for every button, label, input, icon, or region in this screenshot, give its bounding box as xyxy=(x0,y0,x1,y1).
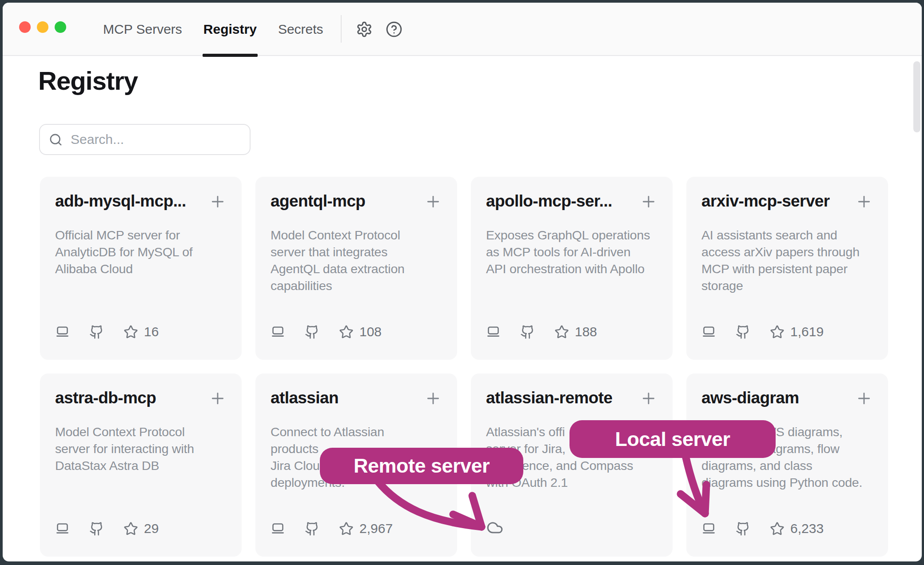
server-name: apollo-mcp-ser... xyxy=(486,192,612,211)
card-footer xyxy=(486,519,657,536)
add-server-button[interactable] xyxy=(640,193,657,211)
github-icon[interactable] xyxy=(305,521,319,536)
laptop-icon xyxy=(271,325,285,339)
server-description: Model Context Protocolserver that integr… xyxy=(271,227,442,294)
server-name: adb-mysql-mcp... xyxy=(55,192,186,211)
star-icon xyxy=(123,325,138,339)
header-divider xyxy=(341,15,342,43)
add-server-button[interactable] xyxy=(209,193,227,211)
laptop-icon xyxy=(701,325,716,339)
star-icon xyxy=(770,521,785,536)
window-controls xyxy=(19,21,66,33)
server-description: Exposes GraphQL operationsas MCP tools f… xyxy=(486,227,657,277)
add-server-button[interactable] xyxy=(855,390,873,407)
scrollbar-thumb[interactable] xyxy=(913,61,920,132)
server-name: atlassian-remote xyxy=(486,389,612,407)
star-count: 6,233 xyxy=(790,521,824,536)
minimize-button[interactable] xyxy=(37,21,48,33)
server-name: aws-diagram xyxy=(701,389,799,407)
laptop-icon xyxy=(271,521,285,536)
card-footer: 188 xyxy=(486,324,657,339)
tab-registry[interactable]: Registry xyxy=(203,3,257,56)
star-icon xyxy=(123,521,138,536)
server-description: Model Context Protocolserver for interac… xyxy=(55,423,227,474)
star-count: 29 xyxy=(144,521,159,536)
star-count: 2,967 xyxy=(359,521,393,536)
star-count: 1,619 xyxy=(790,324,824,339)
server-description: Generate AWS diagrams,sequence diagrams,… xyxy=(701,423,873,491)
search-icon xyxy=(49,133,63,147)
add-server-button[interactable] xyxy=(855,193,873,211)
server-description: AI assistants search andaccess arXiv pap… xyxy=(701,227,873,294)
server-card-aws-diagram[interactable]: aws-diagram Generate AWS diagrams,sequen… xyxy=(686,374,888,557)
card-footer: 6,233 xyxy=(701,521,873,536)
server-name: arxiv-mcp-server xyxy=(701,192,830,211)
server-name: agentql-mcp xyxy=(271,192,365,211)
laptop-icon xyxy=(55,325,70,339)
github-icon[interactable] xyxy=(89,521,104,536)
settings-gear-icon[interactable] xyxy=(356,21,373,38)
server-card-agentql-mcp[interactable]: agentql-mcp Model Context Protocolserver… xyxy=(255,177,457,360)
help-icon[interactable] xyxy=(386,21,402,38)
add-server-button[interactable] xyxy=(209,390,227,407)
server-card-atlassian[interactable]: atlassian Connect to AtlassianproductsJi… xyxy=(255,374,457,557)
tab-mcp-servers[interactable]: MCP Servers xyxy=(103,3,182,56)
add-server-button[interactable] xyxy=(640,390,657,407)
star-icon xyxy=(339,325,354,339)
page-title: Registry xyxy=(38,66,138,95)
add-server-button[interactable] xyxy=(424,193,442,211)
star-count: 16 xyxy=(144,324,159,339)
server-card-apollo-mcp-server[interactable]: apollo-mcp-ser... Exposes GraphQL operat… xyxy=(471,177,673,360)
server-name: atlassian xyxy=(271,389,339,407)
server-card-adb-mysql-mcp[interactable]: adb-mysql-mcp... Official MCP server for… xyxy=(40,177,242,360)
github-icon[interactable] xyxy=(736,521,750,536)
server-description: Atlassian's offiserver for Jira,Confluen… xyxy=(486,423,657,491)
star-count: 188 xyxy=(575,324,597,339)
app-window: MCP Servers Registry Secrets Registry ad… xyxy=(3,3,922,561)
github-icon[interactable] xyxy=(736,325,750,339)
search-box xyxy=(39,124,251,155)
card-footer: 108 xyxy=(271,324,442,339)
laptop-icon xyxy=(486,325,501,339)
tab-secrets[interactable]: Secrets xyxy=(278,3,323,56)
add-server-button[interactable] xyxy=(424,390,442,407)
github-icon[interactable] xyxy=(520,325,535,339)
github-icon[interactable] xyxy=(89,325,104,339)
titlebar: MCP Servers Registry Secrets xyxy=(3,3,922,56)
server-name: astra-db-mcp xyxy=(55,389,156,407)
card-footer: 2,967 xyxy=(271,521,442,536)
server-description: Connect to AtlassianproductsJira Cloudep… xyxy=(271,423,442,491)
card-footer: 29 xyxy=(55,521,227,536)
desktop-background: { "titlebar": { "tabs": [ { "label": "MC… xyxy=(0,0,924,565)
server-card-astra-db-mcp[interactable]: astra-db-mcp Model Context Protocolserve… xyxy=(40,374,242,557)
star-icon xyxy=(554,325,569,339)
laptop-icon xyxy=(55,521,70,536)
star-icon xyxy=(339,521,354,536)
close-button[interactable] xyxy=(19,21,31,33)
server-description: Official MCP server forAnalyticDB for My… xyxy=(55,227,227,277)
zoom-button[interactable] xyxy=(55,21,66,33)
main-tabs: MCP Servers Registry Secrets xyxy=(103,3,323,56)
registry-grid: adb-mysql-mcp... Official MCP server for… xyxy=(40,177,888,557)
star-count: 108 xyxy=(359,324,382,339)
github-icon[interactable] xyxy=(305,325,319,339)
server-card-atlassian-remote[interactable]: atlassian-remote Atlassian's offiserver … xyxy=(471,374,673,557)
cloud-icon xyxy=(486,519,504,536)
card-footer: 16 xyxy=(55,324,227,339)
server-card-arxiv-mcp-server[interactable]: arxiv-mcp-server AI assistants search an… xyxy=(686,177,888,360)
card-footer: 1,619 xyxy=(701,324,873,339)
star-icon xyxy=(770,325,785,339)
laptop-icon xyxy=(701,521,716,536)
search-input[interactable] xyxy=(71,132,241,147)
